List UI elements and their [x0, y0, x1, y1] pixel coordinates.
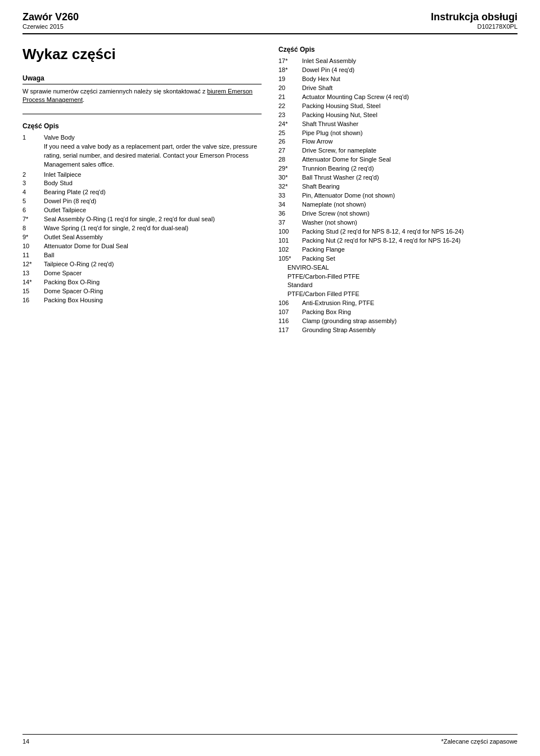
part-description: Dome Spacer — [44, 269, 262, 278]
part-description: Body Hex Nut — [302, 75, 518, 84]
list-item: 18* Dowel Pin (4 req'd) — [278, 66, 518, 75]
part-number: 20 — [278, 84, 302, 93]
right-parts-list: 17* Inlet Seal Assembly 18* Dowel Pin (4… — [278, 57, 518, 335]
part-description: Dowel Pin (8 req'd) — [44, 197, 262, 206]
header: Zawór V260 Czerwiec 2015 Instrukcja obsł… — [22, 11, 518, 34]
part-number: 32* — [278, 182, 302, 191]
part-number: 117 — [278, 326, 302, 335]
part-number: 19 — [278, 75, 302, 84]
list-item: 29* Trunnion Bearing (2 req'd) — [278, 164, 518, 173]
part-description: Anti-Extrusion Ring, PTFE — [302, 299, 518, 308]
part-description: Flow Arrow — [302, 137, 518, 146]
left-parts-list: 1 Valve Body If you need a valve body as… — [22, 133, 262, 305]
list-item: 17* Inlet Seal Assembly — [278, 57, 518, 66]
part-number: 2 — [22, 171, 44, 180]
main-content: Wykaz części Uwaga W sprawie numerów czę… — [22, 46, 518, 335]
list-item: 33 Pin, Attenuator Dome (not shown) — [278, 191, 518, 200]
part-description: Attenuator Dome for Single Seal — [302, 155, 518, 164]
list-item: 27 Drive Screw, for nameplate — [278, 146, 518, 155]
page: Zawór V260 Czerwiec 2015 Instrukcja obsł… — [0, 0, 540, 756]
part-number: 26 — [278, 137, 302, 146]
page-title: Wykaz części — [22, 46, 262, 63]
part-description: Dome Spacer O-Ring — [44, 287, 262, 296]
part-description: Trunnion Bearing (2 req'd) — [302, 164, 518, 173]
part-description: Body Stud — [44, 179, 262, 188]
list-item: Standard — [287, 281, 518, 290]
list-item: 6 Outlet Tailpiece — [22, 206, 262, 215]
list-item: 8 Wave Spring (1 req'd for single, 2 req… — [22, 224, 262, 233]
part-description: Pipe Plug (not shown) — [302, 129, 518, 138]
right-column: Część Opis 17* Inlet Seal Assembly 18* D… — [278, 46, 518, 335]
part-description: Inlet Tailpiece — [44, 171, 262, 180]
list-item: 11 Ball — [22, 251, 262, 260]
list-item: 32* Shaft Bearing — [278, 182, 518, 191]
right-section-header: Część Opis — [278, 46, 518, 53]
part-description: Washer (not shown) — [302, 218, 518, 227]
list-item: 9* Outlet Seal Assembly — [22, 233, 262, 242]
header-left: Zawór V260 Czerwiec 2015 — [22, 11, 79, 30]
part-number: 28 — [278, 155, 302, 164]
instruction-title: Instrukcja obsługi — [431, 11, 518, 23]
part-description: Wave Spring (1 req'd for single, 2 req'd… — [44, 224, 262, 233]
uwaga-text: W sprawie numerów części zamiennych nale… — [22, 87, 262, 105]
part-number: 6 — [22, 206, 44, 215]
part-number: 21 — [278, 93, 302, 102]
list-item: 10 Attenuator Dome for Dual Seal — [22, 242, 262, 251]
list-item: 24* Shaft Thrust Washer — [278, 120, 518, 129]
part-description: Packing Box Housing — [44, 296, 262, 305]
part-number: 8 — [22, 224, 44, 233]
list-item: 105* Packing Set — [278, 254, 518, 263]
uwaga-title: Uwaga — [22, 74, 262, 84]
document-title: Zawór V260 — [22, 11, 79, 23]
part-number: 116 — [278, 317, 302, 326]
list-item: 4 Bearing Plate (2 req'd) — [22, 188, 262, 197]
part-number: 9* — [22, 233, 44, 242]
part-description: Packing Housing Stud, Steel — [302, 102, 518, 111]
list-item: 100 Packing Stud (2 req'd for NPS 8-12, … — [278, 227, 518, 236]
part-description: Nameplate (not shown) — [302, 200, 518, 209]
list-item: 23 Packing Housing Nut, Steel — [278, 111, 518, 120]
document-date: Czerwiec 2015 — [22, 23, 79, 30]
part-number: 105* — [278, 254, 302, 263]
part-number: 23 — [278, 111, 302, 120]
list-item: 16 Packing Box Housing — [22, 296, 262, 305]
part-description: Packing Stud (2 req'd for NPS 8-12, 4 re… — [302, 227, 518, 236]
part-description: Drive Screw (not shown) — [302, 209, 518, 218]
part-description: Ball — [44, 251, 262, 260]
part-description: Seal Assembly O-Ring (1 req'd for single… — [44, 215, 262, 224]
list-item: 20 Drive Shaft — [278, 84, 518, 93]
part-number: 15 — [22, 287, 44, 296]
part-number: 12* — [22, 260, 44, 269]
list-item: 102 Packing Flange — [278, 245, 518, 254]
part-description: Outlet Tailpiece — [44, 206, 262, 215]
part-description: Clamp (grounding strap assembly) — [302, 317, 518, 326]
list-item: 36 Drive Screw (not shown) — [278, 209, 518, 218]
part-number: 14* — [22, 278, 44, 287]
list-item: 106 Anti-Extrusion Ring, PTFE — [278, 299, 518, 308]
list-item: 107 Packing Box Ring — [278, 308, 518, 317]
part-number: 25 — [278, 129, 302, 138]
part-number: 107 — [278, 308, 302, 317]
part-description: Attenuator Dome for Dual Seal — [44, 242, 262, 251]
list-item: 13 Dome Spacer — [22, 269, 262, 278]
part-description: Packing Flange — [302, 245, 518, 254]
part-description: Packing Housing Nut, Steel — [302, 111, 518, 120]
list-item: 2 Inlet Tailpiece — [22, 171, 262, 180]
left-parts-section: Część Opis 1 Valve Body If you need a va… — [22, 122, 262, 305]
part-number: 100 — [278, 227, 302, 236]
emerson-link[interactable]: biurem Emerson Process Management — [22, 88, 253, 103]
list-item: 5 Dowel Pin (8 req'd) — [22, 197, 262, 206]
part-description: Pin, Attenuator Dome (not shown) — [302, 191, 518, 200]
list-item: 15 Dome Spacer O-Ring — [22, 287, 262, 296]
part-description: Drive Shaft — [302, 84, 518, 93]
part-description: Outlet Seal Assembly — [44, 233, 262, 242]
part-description: Dowel Pin (4 req'd) — [302, 66, 518, 75]
part-description: Packing Nut (2 req'd for NPS 8-12, 4 req… — [302, 236, 518, 245]
list-item: 14* Packing Box O-Ring — [22, 278, 262, 287]
part-number: 34 — [278, 200, 302, 209]
list-item: 22 Packing Housing Stud, Steel — [278, 102, 518, 111]
part-number: 17* — [278, 57, 302, 66]
part-description: Shaft Bearing — [302, 182, 518, 191]
part-description: Bearing Plate (2 req'd) — [44, 188, 262, 197]
part-number: 5 — [22, 197, 44, 206]
